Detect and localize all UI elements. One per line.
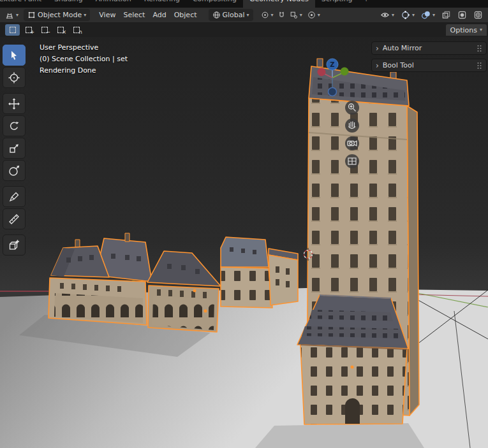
options-dropdown[interactable]: Options ▾ [446, 24, 487, 36]
pivot-point-icon [261, 11, 269, 19]
add-cube-icon [8, 239, 20, 252]
rotate-tool-icon [8, 120, 20, 133]
viewport-overlay-text: User Perspective (0) Scene Collection | … [40, 42, 128, 76]
global-orientation-icon [212, 11, 221, 19]
select-mode-set-button[interactable] [5, 24, 20, 36]
tool-select-box[interactable] [3, 45, 26, 66]
select-box-icon [8, 49, 20, 62]
options-label: Options [450, 26, 477, 34]
chevron-down-icon: ▾ [433, 13, 435, 18]
panel-expand-icon: › [376, 62, 379, 69]
zoom-button[interactable] [345, 101, 359, 115]
pan-button[interactable] [345, 119, 359, 133]
tool-measure[interactable] [3, 208, 26, 229]
scene-object-annex[interactable] [297, 295, 408, 424]
tab-scripting[interactable]: Scripting [315, 0, 359, 8]
chevron-down-icon: ▾ [412, 13, 415, 18]
select-mode-subtract-button[interactable]: − [37, 24, 52, 36]
viewport[interactable]: Z [0, 37, 488, 448]
chevron-down-icon: ▾ [392, 13, 394, 18]
shading-rendered-icon [473, 10, 483, 20]
xray-toggle[interactable] [439, 9, 454, 21]
tool-scale[interactable] [3, 138, 26, 159]
gizmo-z-label: Z [330, 61, 334, 68]
chevron-down-icon: ▾ [480, 27, 482, 33]
magnet-icon [277, 11, 286, 19]
viewport-canvas[interactable]: Z [0, 37, 488, 448]
select-set-icon [10, 27, 16, 33]
panel-auto-mirror[interactable]: › Auto Mirror [371, 41, 487, 55]
editor-type-dropdown[interactable]: ▾ [3, 9, 21, 21]
blender-window: Texture Paint Shading Animation Renderin… [0, 0, 488, 448]
chevron-down-icon: ▾ [318, 13, 320, 18]
pivot-point-dropdown[interactable]: ▾ [258, 9, 276, 21]
gizmo-axis-z-neg[interactable] [329, 88, 337, 96]
add-workspace-button[interactable]: + [359, 0, 374, 8]
tool-rotate[interactable] [3, 115, 26, 136]
mode-dropdown[interactable]: Object Mode ▾ [24, 9, 90, 21]
object-mode-icon [27, 11, 36, 19]
menu-select[interactable]: Select [119, 9, 149, 21]
chevron-down-icon: ▾ [271, 13, 274, 18]
chevron-down-icon: ▾ [16, 13, 18, 18]
tool-add-primitive[interactable] [3, 235, 26, 256]
overlays-icon [421, 10, 431, 20]
panel-title: Bool Tool [383, 61, 414, 69]
gizmo-axis-y[interactable] [341, 68, 349, 76]
xray-icon [441, 10, 451, 20]
tab-animation[interactable]: Animation [89, 0, 138, 8]
select-mode-extend-button[interactable]: + [21, 24, 36, 36]
menu-add[interactable]: Add [149, 9, 170, 21]
view-name-text: User Perspective [40, 42, 128, 54]
panel-expand-icon: › [376, 45, 379, 52]
tab-shading[interactable]: Shading [48, 0, 89, 8]
eye-icon [380, 10, 390, 20]
panel-grip-icon[interactable] [477, 45, 482, 52]
panel-bool-tool[interactable]: › Bool Tool [371, 59, 487, 72]
chevron-down-icon: ▾ [300, 13, 302, 18]
tool-transform[interactable] [3, 160, 26, 181]
camera-view-button[interactable] [345, 136, 359, 150]
menu-view[interactable]: View [95, 9, 119, 21]
viewport-editor-icon [5, 11, 14, 20]
snap-toggle[interactable] [276, 9, 287, 21]
panel-title: Auto Mirror [383, 44, 422, 52]
gizmo-axis-x[interactable] [318, 68, 326, 76]
header-right-group: ▾ ▾ ▾ [378, 9, 485, 21]
orientation-label: Global [223, 11, 245, 19]
viewport-shading-solid-button[interactable] [455, 9, 470, 21]
cursor-tool-icon [8, 71, 20, 84]
tool-settings-bar: + − × ∩ Options ▾ [0, 23, 488, 37]
transform-tool-icon [8, 164, 20, 177]
proportional-editing-icon [307, 11, 316, 19]
object-visibility-dropdown[interactable]: ▾ [378, 9, 397, 21]
select-mode-invert-button[interactable]: × [53, 24, 68, 36]
tool-cursor[interactable] [3, 67, 26, 88]
orientation-dropdown[interactable]: Global ▾ [209, 9, 253, 21]
shadow-tower [255, 423, 424, 448]
select-mode-intersect-button[interactable]: ∩ [69, 24, 84, 36]
shading-solid-icon [457, 10, 467, 20]
snap-settings-dropdown[interactable]: ▾ [287, 9, 305, 21]
tool-move[interactable] [3, 93, 26, 114]
tab-texture-paint[interactable]: Texture Paint [0, 0, 48, 8]
tab-geometry-nodes[interactable]: Geometry Nodes [243, 0, 315, 8]
tab-rendering[interactable]: Rendering [138, 0, 186, 8]
gizmos-dropdown[interactable]: ▾ [398, 9, 417, 21]
viewport-header: ▾ Object Mode ▾ View Select Add Object G… [0, 8, 488, 23]
chevron-down-icon: ▾ [247, 13, 249, 18]
active-collection-text: (0) Scene Collection | set [40, 54, 128, 65]
viewport-shading-rendered-button[interactable] [471, 9, 485, 21]
toggle-orthographic-button[interactable] [345, 154, 359, 168]
proportional-editing-dropdown[interactable]: ▾ [305, 9, 323, 21]
mode-label: Object Mode [38, 11, 82, 19]
tab-compositing[interactable]: Compositing [186, 0, 243, 8]
annotate-pen-icon [8, 191, 20, 203]
menu-object[interactable]: Object [170, 9, 201, 21]
panel-grip-icon[interactable] [477, 62, 482, 69]
tool-annotate[interactable] [3, 186, 26, 207]
gizmo-icon [401, 10, 410, 20]
overlays-dropdown[interactable]: ▾ [418, 9, 438, 21]
snap-target-icon [290, 11, 298, 19]
measure-tool-icon [8, 213, 20, 226]
